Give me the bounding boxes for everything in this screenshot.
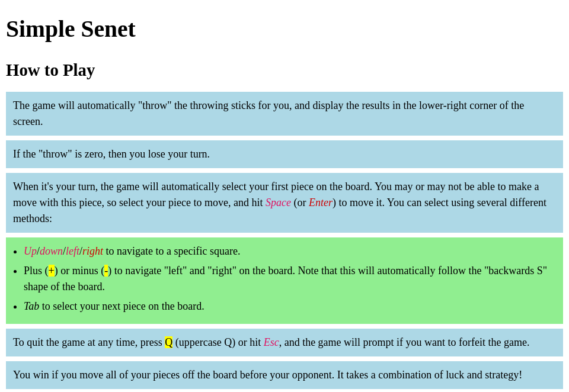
key-space: Space xyxy=(266,197,291,208)
list-item-plus-minus: Plus (+) or minus (-) to navigate "left"… xyxy=(24,263,556,295)
key-right: right xyxy=(82,245,103,257)
page-title: Simple Senet xyxy=(6,12,563,47)
instruction-text-6: You win if you move all of your pieces o… xyxy=(13,367,556,383)
arrow-keys-description: to navigate to a specific square. xyxy=(103,245,240,257)
key-tab: Tab xyxy=(24,300,39,312)
instruction-block-5: To quit the game at any time, press Q (u… xyxy=(6,329,563,356)
instruction-block-1: The game will automatically "throw" the … xyxy=(6,92,563,136)
instruction-block-3: When it's your turn, the game will autom… xyxy=(6,173,563,233)
navigation-list: Up/down/left/right to navigate to a spec… xyxy=(18,243,556,314)
key-down: down xyxy=(40,245,63,257)
key-esc: Esc xyxy=(264,336,279,348)
list-item-arrow-keys: Up/down/left/right to navigate to a spec… xyxy=(24,243,556,259)
key-minus: - xyxy=(104,265,108,277)
instruction-block-2: If the "throw" is zero, then you lose yo… xyxy=(6,140,563,168)
list-item-tab: Tab to select your next piece on the boa… xyxy=(24,298,556,314)
key-q: Q xyxy=(165,336,172,348)
section-heading: How to Play xyxy=(6,57,563,83)
key-plus: + xyxy=(49,265,55,277)
instruction-text-2: If the "throw" is zero, then you lose yo… xyxy=(13,146,556,162)
instruction-text-3: When it's your turn, the game will autom… xyxy=(13,179,556,227)
instruction-text-5: To quit the game at any time, press Q (u… xyxy=(13,335,556,351)
instruction-block-6: You win if you move all of your pieces o… xyxy=(6,361,563,389)
key-enter: Enter xyxy=(309,197,333,208)
key-left: left xyxy=(66,245,79,257)
key-up: Up xyxy=(24,245,37,257)
instruction-text-1: The game will automatically "throw" the … xyxy=(13,98,556,130)
instruction-block-4: Up/down/left/right to navigate to a spec… xyxy=(6,237,563,324)
